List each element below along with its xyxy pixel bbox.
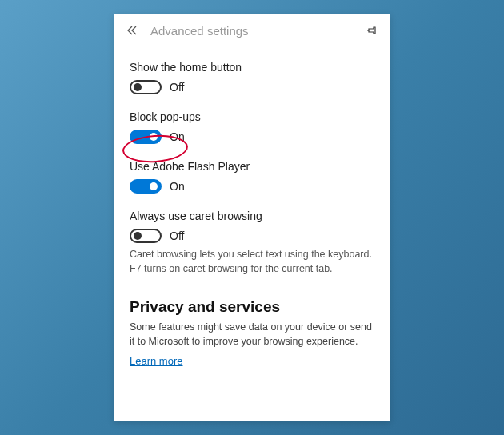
toggle-state: On (170, 130, 185, 143)
learn-more-link[interactable]: Learn more (130, 355, 182, 367)
flash-toggle[interactable] (130, 179, 162, 194)
setting-label: Show the home button (130, 61, 374, 74)
privacy-section-description: Some features might save data on your de… (130, 321, 374, 349)
toggle-row: Off (130, 229, 374, 243)
setting-flash: Use Adobe Flash Player On (130, 160, 374, 194)
toggle-row: Off (130, 80, 374, 94)
privacy-section-title: Privacy and services (130, 298, 374, 316)
pin-button[interactable] (365, 23, 379, 38)
home-button-toggle[interactable] (130, 80, 162, 94)
toggle-state: Off (170, 229, 184, 242)
setting-caret: Always use caret browsing Off Caret brow… (130, 210, 374, 276)
pin-icon (366, 25, 378, 36)
toggle-state: Off (170, 81, 184, 94)
toggle-state: On (170, 180, 185, 193)
settings-panel: Advanced settings Show the home button O… (114, 14, 390, 421)
back-button[interactable] (125, 23, 139, 38)
chevron-left-double-icon (126, 25, 138, 36)
toggle-knob (150, 133, 158, 141)
toggle-row: On (130, 179, 374, 194)
panel-content: Show the home button Off Block pop-ups O… (114, 46, 390, 384)
toggle-row: On (130, 130, 374, 144)
block-popups-toggle[interactable] (130, 130, 162, 144)
panel-header: Advanced settings (114, 14, 390, 46)
setting-label: Use Adobe Flash Player (130, 160, 374, 173)
setting-home-button: Show the home button Off (130, 61, 374, 94)
toggle-knob (134, 232, 142, 240)
caret-toggle[interactable] (130, 229, 162, 243)
caret-description: Caret browsing lets you select text usin… (130, 248, 374, 276)
setting-label: Always use caret browsing (130, 210, 374, 222)
toggle-knob (134, 83, 142, 91)
setting-label: Block pop-ups (130, 110, 374, 123)
toggle-knob (150, 182, 158, 190)
setting-block-popups: Block pop-ups On (130, 110, 374, 144)
header-title: Advanced settings (150, 24, 365, 38)
